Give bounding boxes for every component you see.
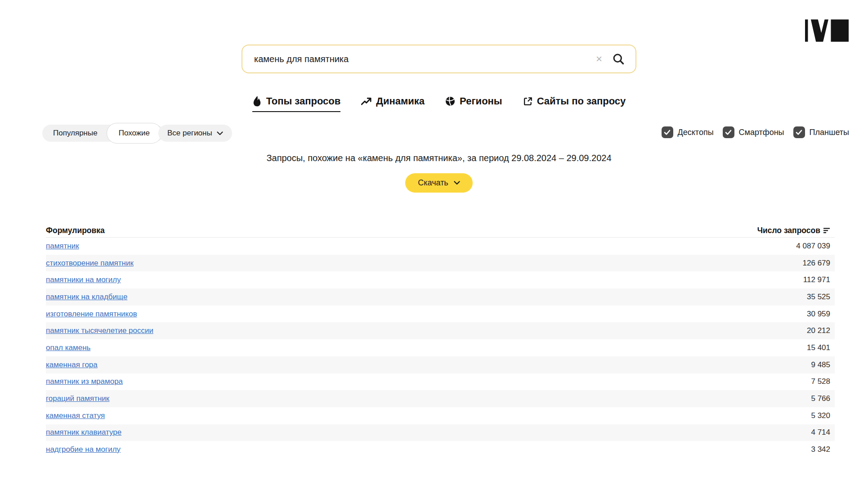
checkbox-smartphones[interactable]: Смартфоны — [723, 126, 784, 138]
tab-label: Топы запросов — [266, 95, 341, 107]
table-row: памятник4 087 039 — [46, 238, 835, 255]
query-count: 112 971 — [803, 275, 830, 284]
column-header-count[interactable]: Число запросов — [757, 226, 830, 235]
query-count: 5 766 — [811, 394, 830, 403]
results-summary: Запросы, похожие на «камень для памятник… — [219, 153, 659, 163]
query-link[interactable]: памятник на кладбище — [46, 292, 127, 302]
tab-label: Регионы — [460, 95, 502, 107]
table-row: гораций памятник5 766 — [46, 390, 835, 407]
sort-descending-icon — [823, 228, 830, 234]
query-link[interactable]: памятник клавиатуре — [46, 428, 121, 437]
tab-regions[interactable]: Регионы — [445, 95, 502, 112]
search-button[interactable] — [612, 53, 625, 65]
tab-label: Динамика — [376, 95, 425, 107]
query-link[interactable]: памятник из мрамора — [46, 377, 123, 386]
segment-popular[interactable]: Популярные — [44, 129, 107, 138]
table-row: памятник из мрамора7 528 — [46, 374, 835, 391]
query-type-segmented-control: Популярные Похожие — [42, 125, 164, 142]
column-header-count-label: Число запросов — [757, 226, 820, 235]
table-row: памятники на могилу112 971 — [46, 271, 835, 288]
trend-icon — [361, 97, 371, 106]
clear-icon[interactable]: × — [596, 54, 602, 64]
query-link[interactable]: каменная статуя — [46, 411, 105, 420]
query-link[interactable]: каменная гора — [46, 360, 98, 369]
download-button[interactable]: Скачать — [405, 173, 473, 193]
table-row: памятник тысячелетие россии20 212 — [46, 322, 835, 339]
table-row: надгробие на могилу3 342 — [46, 441, 835, 458]
query-count: 5 320 — [811, 411, 830, 420]
query-link[interactable]: стихотворение памятник — [46, 259, 134, 268]
table-row: памятник клавиатуре4 714 — [46, 424, 835, 441]
external-link-icon — [523, 97, 532, 106]
search-input[interactable] — [254, 54, 592, 64]
tab-label: Сайты по запросу — [537, 95, 626, 107]
query-count: 20 212 — [807, 326, 830, 335]
checkbox-checked-icon — [662, 126, 673, 138]
checkbox-desktops[interactable]: Десктопы — [662, 126, 714, 138]
wordstat-logo — [805, 19, 849, 42]
globe-icon — [445, 96, 455, 106]
query-count: 4 087 039 — [796, 242, 830, 251]
checkbox-label: Смартфоны — [739, 128, 784, 137]
table-row: каменная статуя5 320 — [46, 407, 835, 424]
region-selector[interactable]: Все регионы — [158, 125, 232, 142]
tab-dynamics[interactable]: Динамика — [361, 95, 425, 112]
query-link[interactable]: памятник — [46, 242, 79, 251]
column-header-phrase: Формулировка — [46, 226, 105, 235]
table-row: памятник на кладбище35 525 — [46, 288, 835, 306]
query-link[interactable]: опал камень — [46, 343, 90, 352]
fire-icon — [252, 96, 262, 107]
checkbox-checked-icon — [723, 126, 734, 138]
checkbox-checked-icon — [793, 126, 805, 138]
logo-mark-icon — [805, 19, 849, 42]
search-box: × — [242, 45, 636, 73]
table-row: изготовление памятников30 959 — [46, 306, 835, 323]
query-count: 35 525 — [807, 292, 830, 302]
table-row: опал камень15 401 — [46, 339, 835, 356]
chevron-down-icon — [454, 181, 460, 185]
checkbox-label: Планшеты — [810, 128, 849, 137]
query-link[interactable]: памятники на могилу — [46, 275, 121, 284]
query-count: 126 679 — [803, 259, 830, 268]
query-link[interactable]: изготовление памятников — [46, 310, 137, 319]
segment-similar[interactable]: Похожие — [107, 123, 162, 144]
download-wrap: Скачать — [219, 173, 659, 193]
tab-bar: Топы запросов Динамика Регионы Сайты по … — [219, 95, 659, 112]
table-row: стихотворение памятник126 679 — [46, 255, 835, 272]
query-link[interactable]: памятник тысячелетие россии — [46, 326, 153, 335]
tab-top-queries[interactable]: Топы запросов — [252, 95, 341, 112]
table-body: памятник4 087 039 стихотворение памятник… — [46, 238, 835, 458]
region-selector-label: Все регионы — [167, 129, 212, 138]
table-header: Формулировка Число запросов — [46, 224, 835, 238]
checkbox-tablets[interactable]: Планшеты — [793, 126, 849, 138]
query-count: 3 342 — [811, 445, 830, 454]
query-count: 4 714 — [811, 428, 830, 437]
tab-sites-by-query[interactable]: Сайты по запросу — [523, 95, 626, 112]
query-link[interactable]: надгробие на могилу — [46, 445, 121, 454]
checkbox-label: Десктопы — [678, 128, 714, 137]
magnifier-icon — [612, 53, 625, 65]
query-count: 9 485 — [811, 360, 830, 369]
query-count: 15 401 — [807, 343, 830, 352]
query-link[interactable]: гораций памятник — [46, 394, 109, 403]
queries-table: Формулировка Число запросов памятник4 08… — [46, 224, 835, 458]
download-button-label: Скачать — [418, 178, 448, 188]
chevron-down-icon — [217, 131, 223, 135]
query-count: 30 959 — [807, 310, 830, 319]
device-filters: Десктопы Смартфоны Планшеты — [662, 126, 849, 138]
query-count: 7 528 — [811, 377, 830, 386]
table-row: каменная гора9 485 — [46, 356, 835, 374]
